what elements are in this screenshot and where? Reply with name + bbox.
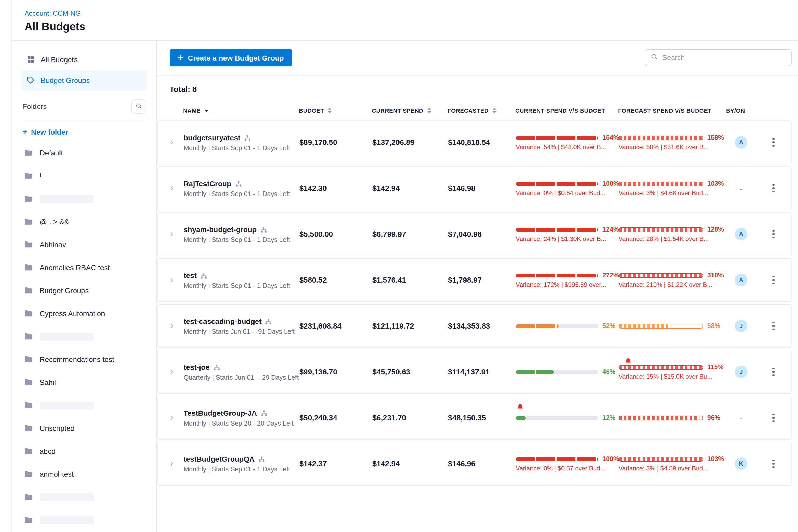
- budget-value: $99,136.70: [299, 368, 373, 376]
- folder-item[interactable]: Abhinav: [21, 233, 147, 256]
- folder-item[interactable]: @ . > &&: [21, 210, 147, 233]
- folder-label: Default: [40, 149, 63, 157]
- forecast-spend-bar: [619, 457, 703, 461]
- row-expand-chevron-icon[interactable]: ›: [170, 366, 184, 377]
- budget-value: $142.30: [299, 184, 373, 192]
- folder-label-placeholder: [40, 516, 94, 524]
- forecast-spend-bar: [619, 135, 703, 140]
- owner-avatar[interactable]: J: [735, 366, 747, 378]
- forecast-variance-label: Variance: 3% | $4.59 over Bud...: [619, 465, 719, 472]
- create-budget-group-button[interactable]: + Create a new Budget Group: [170, 49, 292, 66]
- budget-group-name[interactable]: testBudgetGroupQA: [184, 455, 254, 463]
- folder-item[interactable]: Recommendations test: [21, 348, 147, 371]
- forecast-spend-vs-budget-cell: 115% Variance: 15% | $15.0K over Bu...: [619, 350, 726, 393]
- row-options-kebab-button[interactable]: [770, 135, 778, 150]
- budget-group-name[interactable]: TestBudgetGroup-JA: [184, 408, 257, 417]
- column-header-name[interactable]: NAME: [183, 108, 299, 114]
- row-expand-chevron-icon[interactable]: ›: [170, 137, 184, 148]
- forecast-variance-label: Variance: 28% | $1.54K over B...: [619, 235, 719, 243]
- owner-avatar[interactable]: A: [735, 228, 747, 241]
- sort-toggle-icon: [427, 108, 431, 113]
- owner-avatar[interactable]: -: [735, 412, 747, 424]
- forecast-variance-label: Variance: 210% | $1.22K over B...: [619, 281, 719, 288]
- folder-item[interactable]: anmol-test: [21, 463, 147, 486]
- row-options-kebab-button[interactable]: [770, 319, 778, 334]
- folder-item[interactable]: Budget Groups: [21, 279, 147, 302]
- row-expand-chevron-icon[interactable]: ›: [170, 274, 184, 286]
- folder-icon: [23, 332, 33, 341]
- folder-item[interactable]: [21, 325, 147, 348]
- column-header-budget[interactable]: BUDGET: [299, 108, 372, 114]
- row-expand-chevron-icon[interactable]: ›: [170, 229, 184, 240]
- forecasted-value: $134,353.83: [448, 322, 516, 330]
- new-folder-button[interactable]: + New folder: [21, 120, 147, 138]
- account-breadcrumb-link[interactable]: Account: CCM-NG: [24, 10, 81, 17]
- folder-item[interactable]: Default: [21, 141, 147, 164]
- row-expand-chevron-icon[interactable]: ›: [170, 412, 184, 423]
- folder-item[interactable]: [21, 187, 147, 210]
- forecast-spend-percent: 103%: [707, 180, 724, 187]
- budget-group-name[interactable]: budgetsuryatest: [184, 133, 241, 141]
- budget-group-name[interactable]: test-joe: [184, 363, 210, 371]
- forecast-spend-bar: [619, 365, 703, 369]
- folder-icon: [23, 309, 33, 318]
- table-row[interactable]: › testBudgetGroupQA Monthly | Starts Sep…: [157, 442, 792, 486]
- row-options-kebab-button[interactable]: [770, 411, 778, 425]
- column-header-forecasted[interactable]: FORECASTED: [448, 108, 515, 114]
- folder-item[interactable]: Sahil: [21, 371, 147, 394]
- owner-avatar[interactable]: K: [735, 457, 747, 470]
- row-options-kebab-button[interactable]: [770, 456, 778, 471]
- folder-label: !: [40, 172, 42, 180]
- row-options-kebab-button[interactable]: [770, 365, 778, 379]
- folder-item[interactable]: Unscripted: [21, 417, 147, 440]
- search-input[interactable]: [662, 54, 786, 61]
- owner-avatar[interactable]: J: [735, 320, 747, 332]
- current-spend-percent: 12%: [603, 414, 615, 421]
- forecast-spend-bar: [619, 181, 703, 186]
- sort-desc-icon: [204, 110, 208, 112]
- folder-item[interactable]: Cypress Automation: [21, 302, 147, 325]
- folder-item[interactable]: Anomalies RBAC test: [21, 256, 147, 279]
- forecast-variance-label: Variance: 58% | $51.6K over B...: [619, 144, 719, 151]
- row-expand-chevron-icon[interactable]: ›: [170, 458, 184, 469]
- current-spend-bar-fill: [516, 273, 598, 277]
- budget-group-name[interactable]: test: [184, 271, 197, 279]
- table-row[interactable]: › TestBudgetGroup-JA Monthly | Starts Se…: [157, 396, 792, 440]
- owner-avatar[interactable]: -: [735, 182, 747, 194]
- budget-period-subtitle: Monthly | Starts Sep 01 - 1 Days Left: [184, 190, 299, 197]
- current-spend-bar-fill: [516, 370, 554, 374]
- folder-item[interactable]: [21, 486, 147, 509]
- row-expand-chevron-icon[interactable]: ›: [170, 321, 184, 331]
- table-row[interactable]: › RajTestGroup Monthly | Starts Sep 01 -…: [157, 166, 792, 210]
- folder-item[interactable]: [21, 394, 147, 417]
- sidebar-item-all-budgets[interactable]: All Budgets: [21, 49, 147, 70]
- table-row[interactable]: › budgetsuryatest Monthly | Starts Sep 0…: [157, 120, 792, 164]
- budget-group-name[interactable]: RajTestGroup: [184, 179, 231, 188]
- app-root: Account: CCM-NG All Budgets All Budgets …: [12, 0, 798, 532]
- folder-item[interactable]: abcd: [21, 440, 147, 463]
- table-row[interactable]: › test Monthly | Starts Sep 01 - 1 Days …: [157, 258, 792, 302]
- table-body: › budgetsuryatest Monthly | Starts Sep 0…: [157, 120, 792, 486]
- current-spend-bar: [516, 457, 598, 461]
- budget-group-name[interactable]: test-cascading-budget: [184, 317, 262, 325]
- row-options-kebab-button[interactable]: [770, 273, 778, 288]
- hierarchy-icon: [258, 455, 265, 462]
- row-options-kebab-button[interactable]: [770, 227, 778, 242]
- table-row[interactable]: › shyam-budget-group Monthly | Starts Se…: [157, 212, 792, 256]
- table-row[interactable]: › test-joe Quarterly | Starts Jun 01 - -…: [157, 350, 792, 394]
- forecasted-value: $1,798.97: [448, 276, 516, 284]
- folder-label: abcd: [40, 447, 56, 455]
- current-spend-vs-budget-cell: 12%: [516, 396, 619, 439]
- owner-avatar[interactable]: A: [735, 274, 747, 286]
- owner-avatar[interactable]: A: [735, 136, 747, 149]
- folder-search-button[interactable]: [131, 99, 146, 114]
- column-header-current-spend[interactable]: CURRENT SPEND: [372, 108, 448, 114]
- sidebar-item-budget-groups[interactable]: Budget Groups: [21, 70, 147, 91]
- table-row[interactable]: › test-cascading-budget Monthly | Starts…: [157, 304, 792, 348]
- budget-group-name[interactable]: shyam-budget-group: [184, 225, 256, 233]
- folder-icon: [23, 171, 33, 180]
- row-expand-chevron-icon[interactable]: ›: [170, 183, 184, 194]
- row-options-kebab-button[interactable]: [770, 181, 778, 196]
- folder-item[interactable]: !: [21, 164, 147, 187]
- folder-item[interactable]: [21, 509, 147, 531]
